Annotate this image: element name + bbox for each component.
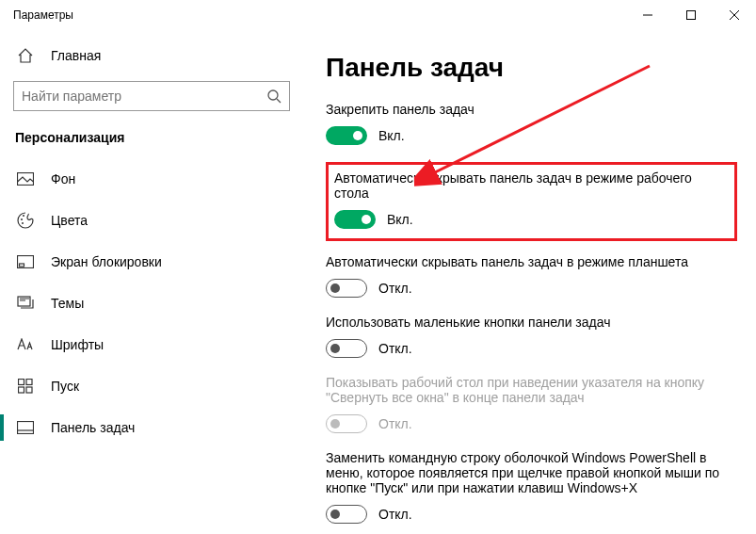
setting-label: Автоматически скрывать панель задач в ре… [334,170,727,201]
svg-rect-14 [26,380,32,385]
svg-point-8 [23,215,24,217]
toggle-status: Откл. [378,507,412,522]
setting-label: Закрепить панель задач [326,102,737,117]
svg-rect-1 [687,11,696,20]
home-nav-item[interactable]: Главная [0,38,303,73]
nav-item-lockscreen[interactable]: Экран блокировки [0,241,303,283]
close-button[interactable] [713,0,756,30]
window-title: Параметры [13,8,73,22]
setting-label: Использовать маленькие кнопки панели зад… [326,315,737,330]
toggle-status: Вкл. [378,128,405,143]
nav-item-taskbar[interactable]: Панель задач [0,407,303,448]
setting-powershell: Заменить командную строку оболочкой Wind… [326,450,737,524]
setting-small-buttons: Использовать маленькие кнопки панели зад… [326,315,737,358]
toggle-lock-taskbar[interactable] [326,126,367,145]
maximize-button[interactable] [669,0,713,30]
toggle-status: Вкл. [387,212,413,227]
toggle-status: Откл. [378,416,412,431]
toggle-peek-desktop [326,414,367,433]
content-area: Панель задач Закрепить панель задач Вкл.… [303,30,756,534]
nav-label: Экран блокировки [51,254,162,269]
svg-rect-17 [18,422,34,434]
nav-label: Фон [51,171,75,186]
nav-label: Пуск [51,379,79,394]
toggle-powershell[interactable] [326,505,367,524]
highlight-annotation: Автоматически скрывать панель задач в ре… [326,162,737,241]
svg-rect-15 [19,387,24,393]
nav-label: Шрифты [51,337,104,352]
setting-label: Заменить командную строку оболочкой Wind… [326,450,737,495]
home-icon [17,47,34,64]
setting-peek-desktop: Показывать рабочий стол при наведении ук… [326,375,737,433]
nav-item-background[interactable]: Фон [0,158,303,200]
minimize-button[interactable] [626,0,669,30]
nav-label: Цвета [51,213,88,228]
window-controls [626,0,756,30]
picture-icon [17,170,34,187]
toggle-status: Откл. [378,341,412,356]
nav-item-start[interactable]: Пуск [0,365,303,407]
themes-icon [17,295,34,312]
palette-icon [17,212,34,229]
svg-rect-11 [20,264,24,267]
svg-line-5 [277,99,281,103]
search-input[interactable] [22,89,266,104]
toggle-small-buttons[interactable] [326,339,367,358]
nav-item-colors[interactable]: Цвета [0,200,303,241]
titlebar: Параметры [0,0,756,30]
search-icon [266,89,281,104]
category-header: Персонализация [0,124,303,158]
search-box[interactable] [13,81,290,111]
toggle-autohide-desktop[interactable] [334,210,376,229]
lockscreen-icon [17,253,34,270]
nav-item-themes[interactable]: Темы [0,283,303,324]
svg-point-9 [22,222,24,224]
toggle-autohide-tablet[interactable] [326,279,367,298]
setting-autohide-tablet: Автоматически скрывать панель задач в ре… [326,254,737,298]
setting-label: Показывать рабочий стол при наведении ук… [326,375,737,405]
page-title: Панель задач [326,53,737,83]
home-label: Главная [51,48,101,63]
svg-rect-13 [19,380,24,385]
setting-lock-taskbar: Закрепить панель задач Вкл. [326,102,737,145]
nav-label: Панель задач [51,420,135,435]
nav-item-fonts[interactable]: Шрифты [0,324,303,365]
svg-point-4 [268,90,278,100]
taskbar-icon [17,419,34,436]
sidebar: Главная Персонализация Фон Цвета [0,30,303,534]
svg-point-7 [21,218,23,220]
setting-label: Автоматически скрывать панель задач в ре… [326,254,737,269]
start-icon [17,378,34,395]
fonts-icon [17,336,34,353]
nav-label: Темы [51,296,84,311]
toggle-status: Откл. [378,281,412,296]
svg-rect-16 [26,387,32,393]
